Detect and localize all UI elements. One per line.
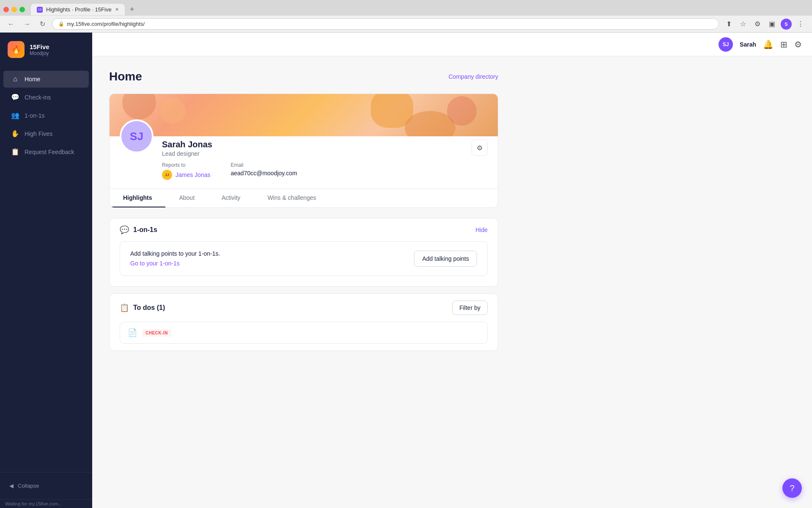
todos-title: To dos (1) bbox=[133, 304, 165, 312]
minimize-window-button[interactable] bbox=[11, 7, 17, 12]
profile-info: SJ Sarah Jonas Lead designer Reports to … bbox=[110, 136, 498, 188]
check-in-badge: CHECK-IN bbox=[142, 329, 171, 337]
reload-button[interactable]: ↻ bbox=[37, 19, 48, 29]
sidebar-item-1-on-1s[interactable]: 👥 1-on-1s bbox=[3, 107, 89, 124]
close-window-button[interactable] bbox=[3, 7, 9, 12]
profile-initials: SJ bbox=[130, 130, 143, 143]
sidebar-item-check-ins[interactable]: 💬 Check-ins bbox=[3, 88, 89, 106]
email-group: Email aead70cc@moodjoy.com bbox=[230, 162, 297, 180]
sidebar-item-label: High Fives bbox=[25, 130, 52, 137]
active-tab[interactable]: 15 Highlights · Profile · 15Five ✕ bbox=[31, 4, 125, 15]
user-name: Sarah bbox=[740, 41, 756, 48]
more-options-button[interactable]: ⋮ bbox=[794, 19, 807, 29]
extensions-button[interactable]: ⚙ bbox=[752, 19, 763, 29]
help-icon: ? bbox=[790, 483, 794, 493]
forward-button[interactable]: → bbox=[21, 19, 33, 29]
maximize-window-button[interactable] bbox=[19, 7, 25, 12]
tab-activity[interactable]: Activity bbox=[208, 189, 254, 207]
high-fives-icon: ✋ bbox=[11, 130, 19, 138]
sidebar-item-label: Home bbox=[25, 76, 40, 83]
sidebar-item-label: 1-on-1s bbox=[25, 112, 44, 119]
sidebar-logo: 🔥 15Five Moodjoy bbox=[0, 33, 92, 66]
go-to-1on1s-link[interactable]: Go to your 1-on-1s bbox=[130, 260, 180, 267]
tab-close-button[interactable]: ✕ bbox=[115, 7, 119, 12]
grid-icon[interactable]: ⊞ bbox=[780, 39, 787, 50]
banner-decoration-2 bbox=[160, 98, 186, 124]
help-button[interactable]: ? bbox=[782, 478, 802, 498]
todos-title-row: 📋 To dos (1) bbox=[120, 303, 165, 312]
app-container: 🔥 15Five Moodjoy ⌂ Home 💬 Check-ins 👥 1-… bbox=[0, 33, 812, 508]
gear-icon: ⚙ bbox=[477, 144, 483, 152]
one-on-ones-section: 💬 1-on-1s Hide Add talking points to you… bbox=[109, 218, 498, 287]
tab-highlights-label: Highlights bbox=[123, 194, 152, 201]
sidebar-item-home[interactable]: ⌂ Home bbox=[3, 71, 89, 88]
tab-about[interactable]: About bbox=[165, 189, 208, 207]
toolbar-actions: ⬆ ☆ ⚙ ▣ S ⋮ bbox=[723, 19, 807, 30]
share-button[interactable]: ⬆ bbox=[723, 19, 735, 29]
sidebar: 🔥 15Five Moodjoy ⌂ Home 💬 Check-ins 👥 1-… bbox=[0, 33, 92, 508]
status-text: Waiting for my.15five.com... bbox=[5, 501, 62, 506]
filter-by-button[interactable]: Filter by bbox=[452, 301, 488, 315]
tab-activity-label: Activity bbox=[222, 194, 240, 201]
add-talking-points-button[interactable]: Add talking points bbox=[414, 251, 477, 267]
address-bar: ← → ↻ 🔒 my.15five.com/profile/highlights… bbox=[0, 16, 812, 32]
url-bar[interactable]: 🔒 my.15five.com/profile/highlights/ bbox=[52, 18, 719, 30]
profile-role: Lead designer bbox=[162, 150, 488, 157]
todos-section: 📋 To dos (1) Filter by 📄 CHECK-IN bbox=[109, 293, 498, 351]
tab-wins-challenges[interactable]: Wins & challenges bbox=[254, 189, 329, 207]
tab-title: Highlights · Profile · 15Five bbox=[46, 6, 112, 13]
notifications-bell-icon[interactable]: 🔔 bbox=[763, 39, 774, 50]
company-directory-link[interactable]: Company directory bbox=[449, 73, 499, 80]
logo-text: 15Five Moodjoy bbox=[30, 43, 49, 56]
security-icon: 🔒 bbox=[58, 21, 64, 27]
todos-header: 📋 To dos (1) Filter by bbox=[110, 294, 498, 322]
profile-card: SJ Sarah Jonas Lead designer Reports to … bbox=[109, 94, 498, 208]
back-button[interactable]: ← bbox=[5, 19, 17, 29]
sidebar-nav: ⌂ Home 💬 Check-ins 👥 1-on-1s ✋ High Five… bbox=[0, 66, 92, 472]
collapse-button[interactable]: ◀ Collapse bbox=[5, 479, 87, 492]
reports-to-name[interactable]: James Jonas bbox=[176, 171, 210, 178]
tab-highlights[interactable]: Highlights bbox=[110, 189, 165, 207]
user-avatar[interactable]: SJ bbox=[719, 37, 733, 52]
sidebar-item-label: Request Feedback bbox=[25, 149, 74, 155]
sidebar-item-request-feedback[interactable]: 📋 Request Feedback bbox=[3, 143, 89, 160]
reports-avatar: JJ bbox=[162, 170, 172, 180]
browser-profile-avatar[interactable]: S bbox=[781, 19, 792, 30]
sidebar-browser-button[interactable]: ▣ bbox=[766, 19, 778, 29]
top-header: SJ Sarah 🔔 ⊞ ⚙ bbox=[92, 33, 812, 56]
sidebar-item-label: Check-ins bbox=[25, 94, 51, 101]
logo-subtitle: Moodjoy bbox=[30, 50, 49, 56]
check-in-todo-item[interactable]: 📄 CHECK-IN bbox=[120, 322, 488, 344]
bookmark-button[interactable]: ☆ bbox=[737, 19, 749, 29]
reports-to-row: JJ James Jonas bbox=[162, 170, 210, 180]
tab-wins-challenges-label: Wins & challenges bbox=[267, 194, 316, 201]
user-initials: SJ bbox=[723, 41, 729, 47]
logo-icon: 🔥 bbox=[8, 41, 25, 58]
reports-to-group: Reports to JJ James Jonas bbox=[162, 162, 210, 180]
main-content: SJ Sarah 🔔 ⊞ ⚙ Home Company directory bbox=[92, 33, 812, 508]
check-in-icon: 📄 bbox=[128, 328, 137, 337]
collapse-icon: ◀ bbox=[9, 483, 14, 489]
section-title-row: 💬 1-on-1s bbox=[120, 225, 157, 235]
logo-title: 15Five bbox=[30, 43, 49, 50]
tab-about-label: About bbox=[179, 194, 195, 201]
page-content: Home Company directory SJ Sarah bbox=[92, 56, 515, 371]
sidebar-item-high-fives[interactable]: ✋ High Fives bbox=[3, 125, 89, 142]
profile-tabs: Highlights About Activity Wins & challen… bbox=[110, 188, 498, 207]
url-text: my.15five.com/profile/highlights/ bbox=[67, 21, 145, 27]
talking-points-title: Add talking points to your 1-on-1s. bbox=[130, 250, 220, 257]
profile-banner bbox=[110, 94, 498, 136]
settings-icon[interactable]: ⚙ bbox=[794, 39, 802, 50]
banner-decoration-5 bbox=[447, 96, 477, 126]
browser-chrome: 15 Highlights · Profile · 15Five ✕ + ← →… bbox=[0, 0, 812, 33]
tab-bar: 15 Highlights · Profile · 15Five ✕ + bbox=[0, 0, 812, 16]
request-feedback-icon: 📋 bbox=[11, 148, 19, 156]
new-tab-button[interactable]: + bbox=[126, 3, 138, 16]
tab-favicon: 15 bbox=[37, 7, 43, 13]
profile-settings-button[interactable]: ⚙ bbox=[472, 140, 488, 156]
one-on-ones-body: Add talking points to your 1-on-1s. Go t… bbox=[110, 241, 498, 286]
status-bar: Waiting for my.15five.com... bbox=[0, 499, 92, 508]
window-controls bbox=[3, 7, 25, 12]
hide-one-on-ones-button[interactable]: Hide bbox=[475, 226, 488, 233]
one-on-ones-icon: 👥 bbox=[11, 111, 19, 119]
